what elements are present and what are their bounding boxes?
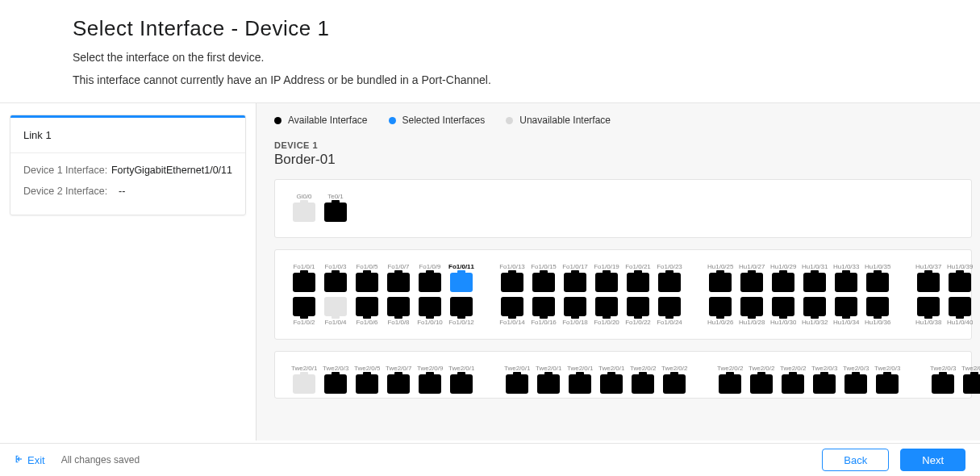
port-icon (450, 374, 473, 394)
port-fo1-0-8[interactable]: Fo1/0/8 (386, 294, 411, 326)
port-hu1-0-40[interactable]: Hu1/0/40 (947, 294, 973, 326)
port-hu1-0-29[interactable]: Hu1/0/29 (770, 263, 796, 294)
port-fo1-0-1[interactable]: Fo1/0/1 (291, 263, 317, 294)
port-group: Gi0/0Te0/1 (291, 193, 348, 224)
port-label: Hu1/0/38 (915, 319, 941, 326)
port-group: Twe2/0/25Twe2/0/27Twe2/0/29Twe2/0/31Twe2… (717, 365, 900, 396)
port-hu1-0-36[interactable]: Hu1/0/36 (865, 294, 890, 326)
port-fo1-0-2[interactable]: Fo1/0/2 (291, 294, 317, 326)
port-twe2-0-33[interactable]: Twe2/0/33 (843, 365, 869, 396)
port-icon (600, 374, 623, 394)
back-label: Back (844, 454, 867, 466)
port-twe2-0-25[interactable]: Twe2/0/25 (717, 365, 743, 396)
port-twe2-0-39[interactable]: Twe2/0/39 (961, 365, 980, 396)
legend-selected: Selected Interfaces (389, 115, 486, 126)
port-twe2-0-1: Twe2/0/1 (291, 365, 317, 396)
port-twe2-0-11[interactable]: Twe2/0/11 (448, 365, 474, 396)
port-twe2-0-21[interactable]: Twe2/0/21 (630, 365, 656, 396)
port-twe2-0-35[interactable]: Twe2/0/35 (874, 365, 900, 396)
port-hu1-0-35[interactable]: Hu1/0/35 (865, 263, 890, 294)
port-fo1-0-5[interactable]: Fo1/0/5 (354, 263, 380, 294)
port-hu1-0-38[interactable]: Hu1/0/38 (915, 294, 941, 326)
port-twe2-0-9[interactable]: Twe2/0/9 (417, 365, 443, 396)
port-twe2-0-3[interactable]: Twe2/0/3 (323, 365, 348, 396)
port-hu1-0-26[interactable]: Hu1/0/26 (707, 294, 733, 326)
port-icon (324, 374, 347, 394)
port-fo1-0-22[interactable]: Fo1/0/22 (625, 294, 651, 326)
port-fo1-0-13[interactable]: Fo1/0/13 (499, 263, 525, 294)
port-label: Fo1/0/18 (562, 319, 588, 326)
port-twe2-0-23[interactable]: Twe2/0/23 (661, 365, 687, 396)
port-fo1-0-12[interactable]: Fo1/0/12 (448, 294, 474, 326)
port-icon (595, 273, 618, 292)
port-twe2-0-31[interactable]: Twe2/0/31 (811, 365, 837, 396)
port-fo1-0-17[interactable]: Fo1/0/17 (562, 263, 588, 294)
port-hu1-0-34[interactable]: Hu1/0/34 (833, 294, 859, 326)
port-hu1-0-37[interactable]: Hu1/0/37 (915, 263, 941, 294)
port-fo1-0-18[interactable]: Fo1/0/18 (562, 294, 588, 326)
port-twe2-0-7[interactable]: Twe2/0/7 (386, 365, 411, 396)
port-label: Fo1/0/21 (625, 263, 651, 270)
port-twe2-0-19[interactable]: Twe2/0/19 (598, 365, 624, 396)
port-icon (835, 297, 857, 316)
port-hu1-0-28[interactable]: Hu1/0/28 (739, 294, 765, 326)
port-twe2-0-37[interactable]: Twe2/0/37 (930, 365, 956, 396)
port-icon (772, 273, 794, 292)
port-fo1-0-14[interactable]: Fo1/0/14 (499, 294, 525, 326)
port-te0-1[interactable]: Te0/1 (323, 193, 348, 224)
port-fo1-0-6[interactable]: Fo1/0/6 (354, 294, 380, 326)
port-icon (419, 297, 441, 316)
detail-row: Device 1 Interface: FortyGigabitEthernet… (23, 160, 232, 181)
port-twe2-0-5[interactable]: Twe2/0/5 (354, 365, 380, 396)
port-label: Fo1/0/13 (499, 263, 525, 270)
dot-icon (389, 117, 396, 124)
port-label: Twe2/0/23 (661, 365, 687, 372)
port-hu1-0-33[interactable]: Hu1/0/33 (833, 263, 859, 294)
legend-label: Selected Interfaces (402, 115, 486, 126)
next-button[interactable]: Next (900, 449, 965, 471)
port-gi0-0: Gi0/0 (291, 193, 317, 224)
port-fo1-0-24[interactable]: Fo1/0/24 (657, 294, 682, 326)
port-twe2-0-27[interactable]: Twe2/0/27 (749, 365, 774, 396)
exit-button[interactable]: Exit (15, 454, 45, 466)
legend-label: Available Interface (288, 115, 368, 126)
port-group: Twe2/0/13Twe2/0/15Twe2/0/17Twe2/0/19Twe2… (504, 365, 687, 396)
port-hu1-0-25[interactable]: Hu1/0/25 (707, 263, 733, 294)
port-icon (324, 297, 347, 316)
port-fo1-0-9[interactable]: Fo1/0/9 (417, 263, 443, 294)
back-button[interactable]: Back (822, 449, 889, 471)
port-label: Fo1/0/17 (562, 263, 588, 270)
port-fo1-0-20[interactable]: Fo1/0/20 (594, 294, 619, 326)
port-icon (501, 297, 523, 316)
exit-label: Exit (27, 454, 45, 466)
port-hu1-0-27[interactable]: Hu1/0/27 (739, 263, 765, 294)
port-label: Twe2/0/31 (811, 365, 837, 372)
port-fo1-0-15[interactable]: Fo1/0/15 (531, 263, 557, 294)
port-twe2-0-15[interactable]: Twe2/0/15 (536, 365, 561, 396)
port-label: Hu1/0/34 (833, 319, 859, 326)
port-twe2-0-29[interactable]: Twe2/0/29 (780, 365, 806, 396)
port-fo1-0-11[interactable]: Fo1/0/11 (448, 263, 474, 294)
port-icon (569, 374, 591, 394)
port-fo1-0-10[interactable]: Fo1/0/10 (417, 294, 443, 326)
port-icon (450, 273, 473, 292)
port-fo1-0-16[interactable]: Fo1/0/16 (531, 294, 557, 326)
port-label: Fo1/0/23 (657, 263, 682, 270)
port-label: Fo1/0/24 (657, 319, 682, 326)
port-fo1-0-7[interactable]: Fo1/0/7 (386, 263, 411, 294)
port-twe2-0-13[interactable]: Twe2/0/13 (504, 365, 530, 396)
port-label: Fo1/0/8 (386, 319, 411, 326)
port-hu1-0-39[interactable]: Hu1/0/39 (947, 263, 973, 294)
port-hu1-0-32[interactable]: Hu1/0/32 (802, 294, 828, 326)
port-hu1-0-30[interactable]: Hu1/0/30 (770, 294, 796, 326)
port-label: Fo1/0/22 (625, 319, 651, 326)
port-fo1-0-21[interactable]: Fo1/0/21 (625, 263, 651, 294)
port-fo1-0-3[interactable]: Fo1/0/3 (323, 263, 348, 294)
port-group: Fo1/0/2Fo1/0/4Fo1/0/6Fo1/0/8Fo1/0/10Fo1/… (291, 294, 474, 326)
port-hu1-0-31[interactable]: Hu1/0/31 (802, 263, 828, 294)
port-icon (835, 273, 857, 292)
port-twe2-0-17[interactable]: Twe2/0/17 (567, 365, 593, 396)
port-fo1-0-19[interactable]: Fo1/0/19 (594, 263, 619, 294)
port-fo1-0-23[interactable]: Fo1/0/23 (657, 263, 682, 294)
dot-icon (506, 117, 513, 124)
